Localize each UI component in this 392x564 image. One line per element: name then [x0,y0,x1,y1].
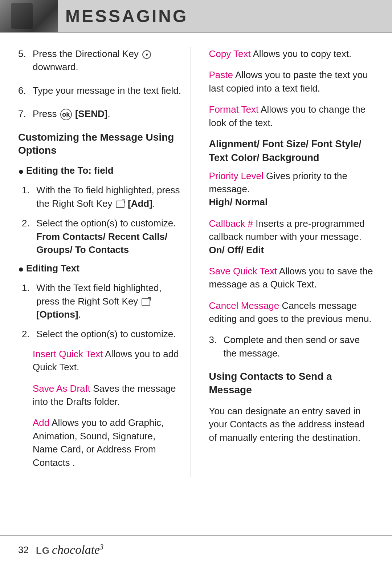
cancel-message-option: Cancel Message Cancels message editing a… [209,299,374,326]
format-text-option: Format Text Allows you to change the loo… [209,103,374,129]
to-field-steps: 1. With the To field highlighted, press … [22,184,183,256]
step-6: 6. Type your message in the text field. [18,84,183,97]
save-as-draft-option: Save As Draft Saves the message into the… [18,382,183,408]
step-7: 7. Press ok [SEND]. [18,107,183,120]
page-number: 32 [18,544,29,556]
page-footer: 32 LG chocolate3 [0,535,392,564]
right-soft-key-icon-2 [142,298,150,306]
add-option: Add Allows you to add Graphic, Animation… [18,416,183,469]
editing-text-bullet: ● Editing Text [18,263,183,275]
using-contacts-text: You can designate an entry saved in your… [209,404,374,444]
save-quick-text-option: Save Quick Text Allows you to save the m… [209,265,374,291]
header-image [0,0,58,32]
right-column: Copy Text Allows you to copy text. Paste… [205,47,374,477]
alignment-heading: Alignment/ Font Size/ Font Style/ Text C… [209,137,374,165]
callback-option: Callback # Inserts a pre-programmed call… [209,217,374,257]
step-5: 5. Press the Directional Key ▾ downward. [18,47,183,74]
brand-lg: LG [36,545,50,556]
step-3: 3. Complete and then send or save the me… [209,333,374,360]
customizing-heading: Customizing the Message Using Options [18,131,183,157]
directional-key-icon: ▾ [142,50,151,59]
to-step-2: 2. Select the option(s) to customize. Fr… [22,217,183,256]
priority-level-option: Priority Level Gives priority to the mes… [209,169,374,209]
right-soft-key-icon [116,201,124,208]
page-header: MESSAGING [0,0,392,33]
header-title: MESSAGING [58,6,188,26]
brand-super: 3 [100,543,103,551]
brand-name: chocolate3 [52,543,103,557]
text-step-2: 2. Select the option(s) to customize. [22,327,183,341]
editing-to-bullet: ● Editing the To: field [18,165,183,177]
paste-option: Paste Allows you to paste the text you l… [209,68,374,95]
text-step-1: 1. With the Text field highlighted, pres… [22,281,183,321]
text-steps: 1. With the Text field highlighted, pres… [22,281,183,341]
brand-logo: LG chocolate3 [36,543,103,557]
to-step-1: 1. With the To field highlighted, press … [22,184,183,210]
using-contacts-heading: Using Contacts to Send a Message [209,370,374,396]
ok-key-icon: ok [60,109,72,120]
main-content: 5. Press the Directional Key ▾ downward.… [0,33,392,492]
insert-quick-text-option: Insert Quick Text Allows you to add Quic… [18,347,183,374]
copy-text-option: Copy Text Allows you to copy text. [209,47,374,60]
left-column: 5. Press the Directional Key ▾ downward.… [18,47,191,477]
